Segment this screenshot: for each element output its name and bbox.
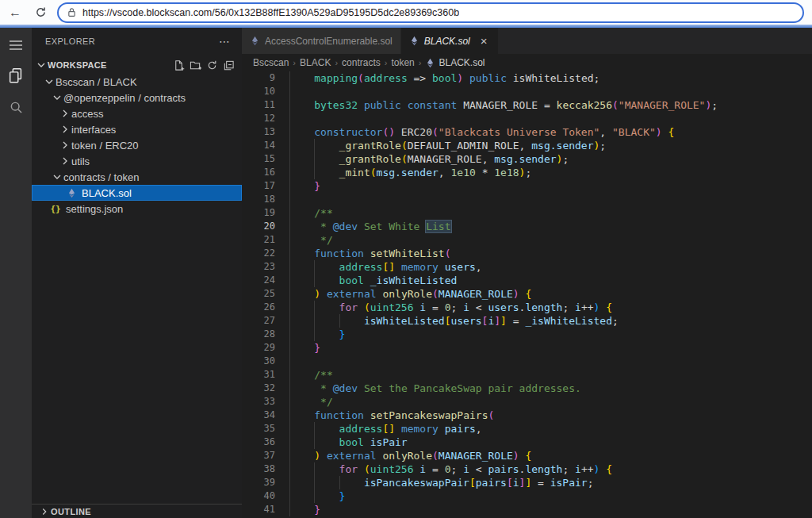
browser-refresh-button[interactable] (30, 2, 51, 23)
tree-item-contracts-token[interactable]: contracts / token (32, 169, 242, 185)
code-line-26[interactable]: 26 for (uint256 i = 0; i < users.length;… (242, 301, 812, 314)
token: ( (432, 126, 439, 138)
indent-guide (289, 274, 314, 287)
search-icon (8, 99, 25, 116)
code-line-24[interactable]: 24 bool _isWhiteListed (242, 274, 812, 287)
code-line-9[interactable]: 9 mapping(address => bool) public isWhit… (242, 71, 812, 85)
tree-item-bscscan-black[interactable]: Bscscan / BLACK (32, 74, 242, 90)
code-line-18[interactable]: 18 (242, 193, 812, 206)
code-line-20[interactable]: 20 * @dev Set White List (242, 220, 812, 233)
code-line-29[interactable]: 29 } (242, 341, 812, 355)
tab-close-icon[interactable]: × (478, 34, 490, 48)
code-line-16[interactable]: 16 _mint(msg.sender, 1e10 * 1e18); (242, 166, 812, 179)
indent-guide (289, 85, 314, 98)
search-view-button[interactable] (0, 91, 32, 123)
token: } (314, 342, 320, 354)
tab-black-sol[interactable]: BLACK.sol× (401, 28, 498, 54)
refresh-explorer-button[interactable] (205, 58, 219, 72)
code-line-32[interactable]: 32 * @dev Set the PancakeSwap pair addre… (242, 382, 812, 395)
token: ( (445, 247, 451, 259)
code-line-14[interactable]: 14 _grantRole(DEFAULT_ADMIN_ROLE, msg.se… (242, 139, 812, 152)
token: , (476, 261, 482, 273)
code-line-30[interactable]: 30 (242, 355, 812, 368)
code-line-13[interactable]: 13 constructor() ERC20("Blackcats Univer… (242, 125, 812, 139)
token: setWhiteList (370, 247, 445, 259)
code-line-41[interactable]: 41 } (242, 503, 812, 516)
chevron-right-icon (59, 107, 71, 120)
code-line-17[interactable]: 17 } (242, 179, 812, 193)
token: < (469, 463, 488, 475)
token: ; (451, 301, 464, 313)
tree-item-interfaces[interactable]: interfaces (32, 121, 242, 137)
browser-back-button[interactable]: ← (5, 2, 25, 23)
code-line-22[interactable]: 22 function setWhiteList( (242, 247, 812, 260)
tab-accesscontrolenumerable-sol[interactable]: AccessControlEnumerable.sol (242, 28, 400, 54)
token: ] (500, 315, 507, 327)
breadcrumb-item[interactable]: Bscscan (253, 57, 289, 68)
breadcrumb-item[interactable]: token (391, 57, 414, 68)
token: i (463, 463, 469, 475)
code-editor[interactable]: 9 mapping(address => bool) public isWhit… (242, 71, 812, 518)
token: users (488, 301, 519, 313)
code-line-12[interactable]: 12 (242, 112, 812, 125)
code-line-10[interactable]: 10 (242, 85, 812, 98)
tree-item-settings-json[interactable]: {}settings.json (32, 201, 242, 217)
code-line-23[interactable]: 23 address[] memory users, (242, 260, 812, 274)
token: public (469, 72, 507, 84)
token: * (476, 167, 494, 178)
token: MANAGER_ROLE (439, 450, 513, 462)
token: isWhiteListed (364, 315, 445, 327)
tree-item-access[interactable]: access (32, 106, 242, 121)
indent-guide (314, 462, 339, 476)
code-line-27[interactable]: 27 isWhiteListed[users[i]] = _isWhiteLis… (242, 314, 812, 328)
chevron-right-icon[interactable] (38, 505, 51, 518)
code-line-40[interactable]: 40 } (242, 489, 812, 503)
code-line-34[interactable]: 34 function setPancakeswapPairs( (242, 409, 812, 422)
code-line-39[interactable]: 39 isPancakeswapPair[pairs[i]] = isPair; (242, 476, 812, 489)
indent-guide (314, 260, 339, 274)
address-bar[interactable]: https://vscode.blockscan.com/56/0x132B88… (57, 2, 804, 23)
new-file-button[interactable] (171, 58, 186, 72)
new-folder-button[interactable] (188, 58, 202, 72)
code-line-11[interactable]: 11 bytes32 public constant MANAGER_ROLE … (242, 98, 812, 112)
tree-item-token-erc20[interactable]: token / ERC20 (32, 137, 242, 153)
token: 0 (445, 301, 451, 313)
code-line-37[interactable]: 37 ) external onlyRole(MANAGER_ROLE) { (242, 449, 812, 462)
token: bool (432, 72, 457, 84)
code-line-38[interactable]: 38 for (uint256 i = 0; i < pairs.length;… (242, 462, 812, 476)
token: , (482, 153, 495, 165)
code-line-25[interactable]: 25 ) external onlyRole(MANAGER_ROLE) { (242, 287, 812, 301)
explorer-more-actions-button[interactable]: ⋯ (214, 35, 236, 48)
tree-item-utils[interactable]: utils (32, 153, 242, 169)
code-line-15[interactable]: 15 _grantRole(MANAGER_ROLE, msg.sender); (242, 152, 812, 166)
tree-item-black-sol[interactable]: BLACK.sol (32, 185, 242, 201)
files-icon (7, 67, 25, 84)
code-line-28[interactable]: 28 } (242, 328, 812, 341)
code-line-21[interactable]: 21 */ (242, 233, 812, 247)
token: isPancakeswapPair (364, 477, 469, 489)
code-line-19[interactable]: 19 /** (242, 206, 812, 220)
explorer-view-button[interactable] (0, 59, 32, 91)
chevron-down-icon (43, 75, 56, 88)
menu-button[interactable] (0, 28, 32, 59)
token (463, 72, 469, 84)
breadcrumb-item[interactable]: contracts (342, 57, 381, 68)
token: } (314, 180, 320, 192)
tab-label: AccessControlEnumerable.sol (265, 36, 393, 47)
token: /** (314, 207, 332, 219)
code-line-35[interactable]: 35 address[] memory pairs, (242, 422, 812, 436)
chevron-right-icon (59, 123, 71, 136)
breadcrumb-item-file[interactable]: BLACK.sol (439, 57, 485, 68)
outline-section-label[interactable]: OUTLINE (51, 507, 91, 516)
code-line-31[interactable]: 31 /** (242, 368, 812, 382)
code-line-33[interactable]: 33 */ (242, 395, 812, 409)
token: => (408, 72, 432, 84)
indent-guide (289, 436, 314, 449)
workspace-section-label[interactable]: WORKSPACE (48, 60, 107, 70)
chevron-down-icon[interactable] (35, 59, 48, 71)
breadcrumb-item[interactable]: BLACK (300, 57, 331, 68)
tree-item--openzeppelin-contracts[interactable]: @openzeppelin / contracts (32, 90, 242, 106)
collapse-folders-button[interactable] (221, 58, 236, 72)
token (395, 261, 401, 273)
code-line-36[interactable]: 36 bool isPair (242, 436, 812, 449)
